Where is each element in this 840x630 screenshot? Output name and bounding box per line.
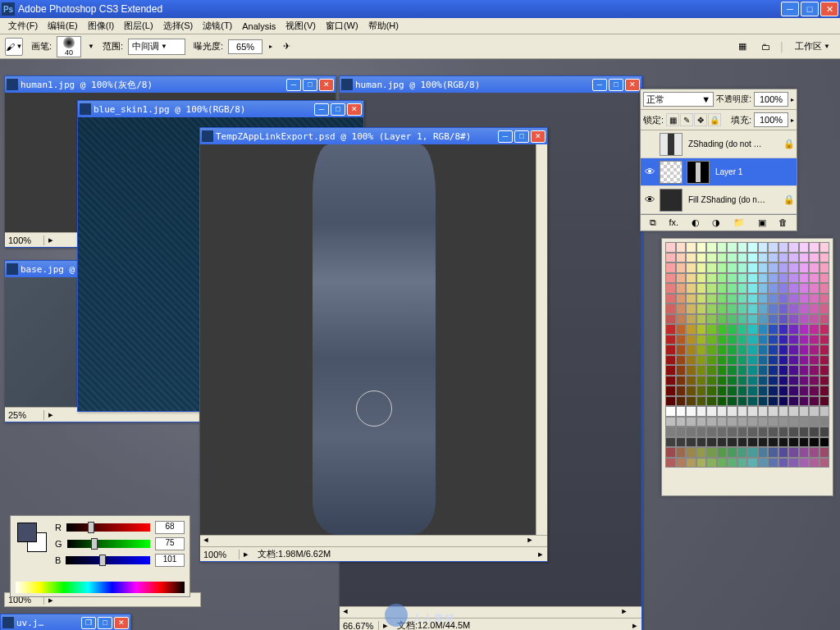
swatch[interactable]: [778, 262, 789, 273]
swatch[interactable]: [747, 273, 758, 284]
swatch[interactable]: [809, 283, 819, 294]
swatch[interactable]: [686, 458, 696, 468]
swatch[interactable]: [788, 335, 799, 345]
swatch[interactable]: [788, 365, 799, 376]
swatch[interactable]: [788, 253, 799, 263]
swatch[interactable]: [706, 458, 717, 468]
menu-help[interactable]: 帮助(H): [363, 18, 404, 34]
swatch[interactable]: [686, 253, 696, 263]
swatch[interactable]: [819, 345, 830, 355]
swatch[interactable]: [676, 335, 687, 345]
swatch[interactable]: [676, 253, 687, 263]
lock-pixels-icon[interactable]: ✎: [680, 113, 693, 126]
visibility-toggle[interactable]: 👁: [642, 194, 657, 206]
swatch[interactable]: [799, 355, 810, 366]
swatch[interactable]: [696, 396, 707, 407]
doc-close-button[interactable]: ✕: [347, 103, 362, 116]
swatch[interactable]: [799, 262, 810, 273]
swatch[interactable]: [737, 253, 748, 263]
swatch[interactable]: [819, 314, 830, 325]
swatch[interactable]: [768, 324, 778, 335]
swatch[interactable]: [737, 396, 748, 407]
swatch[interactable]: [686, 406, 696, 417]
scrollbar-h[interactable]: [200, 535, 547, 546]
swatch[interactable]: [758, 376, 769, 386]
swatch[interactable]: [799, 294, 810, 304]
swatch[interactable]: [686, 355, 696, 366]
zoom-field[interactable]: 100%: [5, 235, 44, 245]
swatch[interactable]: [696, 386, 707, 396]
swatch[interactable]: [665, 437, 676, 448]
swatch[interactable]: [665, 345, 676, 355]
swatch[interactable]: [768, 355, 778, 366]
tool-dodge-icon[interactable]: 🖌▼: [5, 38, 23, 56]
swatch[interactable]: [737, 458, 748, 468]
swatch[interactable]: [706, 253, 717, 263]
brush-dropdown-icon[interactable]: ▼: [88, 43, 94, 50]
swatch[interactable]: [686, 262, 696, 273]
swatch[interactable]: [758, 253, 769, 263]
zoom-field[interactable]: 100%: [200, 550, 240, 559]
scrollbar-v[interactable]: [536, 144, 547, 535]
swatch[interactable]: [747, 283, 758, 294]
airbrush-icon[interactable]: ✈: [277, 38, 295, 56]
swatch[interactable]: [788, 355, 799, 366]
swatch[interactable]: [717, 345, 728, 355]
swatch[interactable]: [676, 417, 687, 427]
swatch[interactable]: [717, 324, 728, 335]
swatch[interactable]: [676, 376, 687, 386]
exposure-flyout-icon[interactable]: ▸: [269, 43, 272, 50]
brush-preset-picker[interactable]: 40: [57, 36, 81, 57]
swatch[interactable]: [676, 406, 687, 417]
swatch[interactable]: [768, 314, 778, 325]
swatch[interactable]: [717, 447, 728, 458]
swatch[interactable]: [727, 417, 737, 427]
swatch[interactable]: [665, 458, 676, 468]
swatch[interactable]: [737, 335, 748, 345]
swatch[interactable]: [809, 396, 819, 407]
swatch[interactable]: [696, 283, 707, 294]
layer-name[interactable]: Fill ZShading (do n…: [685, 195, 781, 204]
swatch[interactable]: [737, 365, 748, 376]
swatch[interactable]: [768, 437, 778, 448]
exposure-input[interactable]: [228, 39, 262, 54]
swatch[interactable]: [737, 324, 748, 335]
swatch[interactable]: [737, 437, 748, 448]
swatch[interactable]: [788, 437, 799, 448]
swatch[interactable]: [778, 304, 789, 314]
blend-mode-select[interactable]: 正常▼: [643, 92, 714, 107]
swatch[interactable]: [676, 427, 687, 437]
swatch[interactable]: [665, 417, 676, 427]
swatch[interactable]: [809, 345, 819, 355]
swatch[interactable]: [717, 406, 728, 417]
swatch[interactable]: [819, 294, 830, 304]
swatch[interactable]: [686, 294, 696, 304]
doc-restore-button[interactable]: ❐: [81, 617, 96, 629]
swatch[interactable]: [747, 314, 758, 325]
swatch[interactable]: [819, 283, 830, 294]
menu-layer[interactable]: 图层(L): [119, 18, 158, 34]
swatch[interactable]: [717, 355, 728, 366]
swatch[interactable]: [665, 324, 676, 335]
lock-all-icon[interactable]: 🔒: [708, 113, 721, 126]
workspace-button[interactable]: 工作区▼: [790, 40, 835, 52]
swatch[interactable]: [788, 273, 799, 284]
swatch[interactable]: [747, 294, 758, 304]
swatch[interactable]: [799, 437, 810, 448]
swatch[interactable]: [799, 253, 810, 263]
swatch[interactable]: [747, 386, 758, 396]
swatch[interactable]: [696, 273, 707, 284]
swatch[interactable]: [778, 396, 789, 407]
swatch[interactable]: [768, 294, 778, 304]
swatch[interactable]: [727, 447, 737, 458]
swatch[interactable]: [737, 304, 748, 314]
swatch[interactable]: [696, 376, 707, 386]
swatch[interactable]: [717, 304, 728, 314]
swatch[interactable]: [758, 417, 769, 427]
swatch[interactable]: [819, 273, 830, 284]
swatch[interactable]: [686, 304, 696, 314]
swatch[interactable]: [778, 273, 789, 284]
swatch[interactable]: [706, 365, 717, 376]
adjustment-layer-icon[interactable]: ◑: [712, 217, 720, 228]
swatch[interactable]: [737, 427, 748, 437]
